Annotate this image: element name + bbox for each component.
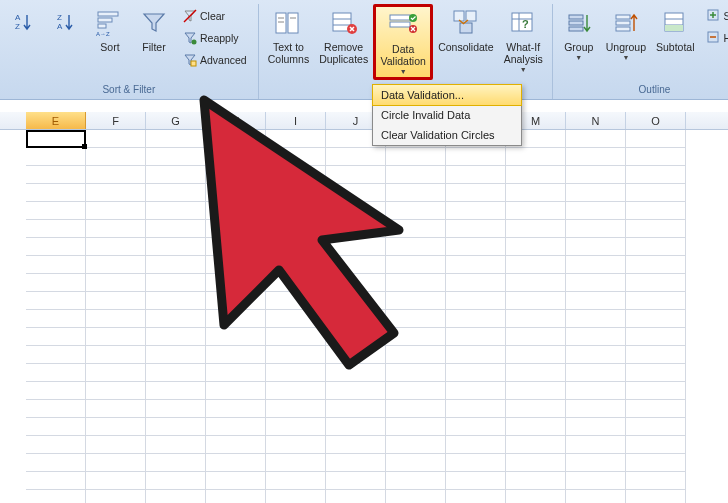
cell[interactable] [266, 166, 326, 184]
cell[interactable] [266, 148, 326, 166]
cell[interactable] [206, 382, 266, 400]
cell[interactable] [506, 418, 566, 436]
cell[interactable] [206, 292, 266, 310]
cell[interactable] [626, 292, 686, 310]
cell[interactable] [566, 364, 626, 382]
cell[interactable] [566, 292, 626, 310]
cell[interactable] [386, 346, 446, 364]
cell[interactable] [86, 310, 146, 328]
cell[interactable] [26, 202, 86, 220]
cell[interactable] [206, 472, 266, 490]
cell[interactable] [146, 202, 206, 220]
cell[interactable] [386, 472, 446, 490]
cell[interactable] [266, 490, 326, 503]
cell[interactable] [626, 400, 686, 418]
filter-button[interactable]: Filter [132, 4, 176, 80]
cell[interactable] [326, 292, 386, 310]
cell[interactable] [386, 166, 446, 184]
cell[interactable] [446, 148, 506, 166]
cell[interactable] [86, 238, 146, 256]
cell[interactable] [26, 148, 86, 166]
cell[interactable] [326, 346, 386, 364]
cell[interactable] [146, 166, 206, 184]
cell[interactable] [26, 184, 86, 202]
cell[interactable] [506, 292, 566, 310]
cell[interactable] [266, 292, 326, 310]
column-header[interactable]: I [266, 112, 326, 129]
cell[interactable] [26, 436, 86, 454]
cell[interactable] [566, 184, 626, 202]
cell[interactable] [566, 220, 626, 238]
cell[interactable] [386, 220, 446, 238]
menu-item-circle-invalid[interactable]: Circle Invalid Data [373, 105, 521, 125]
cell[interactable] [86, 436, 146, 454]
cell[interactable] [626, 274, 686, 292]
cell[interactable] [386, 436, 446, 454]
cell[interactable] [26, 454, 86, 472]
active-cell[interactable] [26, 130, 86, 148]
cell[interactable] [626, 166, 686, 184]
cell[interactable] [266, 382, 326, 400]
cell[interactable] [266, 184, 326, 202]
cell[interactable] [146, 364, 206, 382]
cell[interactable] [626, 364, 686, 382]
cell[interactable] [326, 364, 386, 382]
cell[interactable] [386, 490, 446, 503]
cell[interactable] [86, 220, 146, 238]
cell[interactable] [326, 310, 386, 328]
cell[interactable] [26, 328, 86, 346]
cell[interactable] [446, 238, 506, 256]
cell[interactable] [86, 256, 146, 274]
cell[interactable] [266, 328, 326, 346]
cell[interactable] [326, 202, 386, 220]
cell[interactable] [506, 148, 566, 166]
cell[interactable] [26, 418, 86, 436]
cell[interactable] [566, 148, 626, 166]
group-button[interactable]: Group ▼ [557, 4, 601, 80]
cell[interactable] [566, 454, 626, 472]
cell[interactable] [566, 202, 626, 220]
cell[interactable] [326, 184, 386, 202]
cell[interactable] [506, 184, 566, 202]
column-header[interactable]: E [26, 112, 86, 129]
cell[interactable] [566, 130, 626, 148]
cell[interactable] [326, 490, 386, 503]
cell[interactable] [26, 472, 86, 490]
cell[interactable] [86, 166, 146, 184]
cell[interactable] [386, 364, 446, 382]
cell[interactable] [146, 382, 206, 400]
clear-filter-button[interactable]: Clear [178, 6, 252, 26]
cell[interactable] [146, 274, 206, 292]
cell[interactable] [146, 472, 206, 490]
cell[interactable] [206, 490, 266, 503]
cell[interactable] [86, 382, 146, 400]
cell[interactable] [506, 400, 566, 418]
sort-za-button[interactable]: ZA [46, 4, 88, 80]
cell[interactable] [626, 454, 686, 472]
cell[interactable] [326, 166, 386, 184]
cell[interactable] [146, 220, 206, 238]
cell[interactable] [206, 274, 266, 292]
cell[interactable] [146, 310, 206, 328]
menu-item-clear-circles[interactable]: Clear Validation Circles [373, 125, 521, 145]
text-to-columns-button[interactable]: Text to Columns [263, 4, 314, 80]
cell[interactable] [506, 472, 566, 490]
cell[interactable] [446, 490, 506, 503]
cell[interactable] [566, 238, 626, 256]
cell[interactable] [206, 436, 266, 454]
cell[interactable] [626, 202, 686, 220]
cell[interactable] [26, 238, 86, 256]
cell[interactable] [206, 130, 266, 148]
cell[interactable] [626, 328, 686, 346]
cell[interactable] [326, 328, 386, 346]
cell[interactable] [446, 454, 506, 472]
cell[interactable] [326, 274, 386, 292]
cell[interactable] [206, 310, 266, 328]
cell[interactable] [86, 130, 146, 148]
cell[interactable] [206, 184, 266, 202]
cell[interactable] [506, 328, 566, 346]
cell[interactable] [146, 148, 206, 166]
cell[interactable] [326, 400, 386, 418]
cell[interactable] [86, 418, 146, 436]
cell[interactable] [206, 238, 266, 256]
